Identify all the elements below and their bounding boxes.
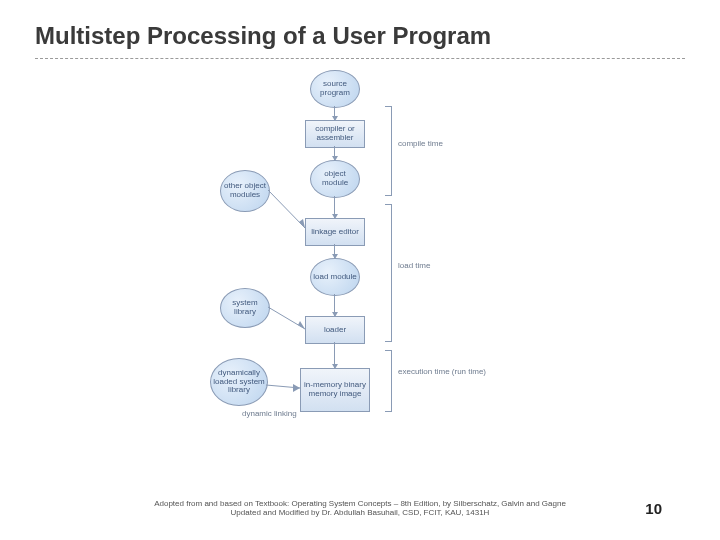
title-divider	[35, 58, 685, 59]
page-number: 10	[645, 500, 662, 517]
arrow	[334, 106, 335, 120]
footer-line1: Adopted from and based on Textbook: Oper…	[154, 499, 566, 508]
arrow-diag	[268, 190, 305, 230]
bracket-compile	[385, 106, 392, 196]
node-loader: loader	[305, 316, 365, 344]
arrow	[334, 244, 335, 258]
arrow-diag	[268, 307, 305, 331]
node-source: source program	[310, 70, 360, 108]
node-syslib: system library	[220, 288, 270, 328]
arrow-diag	[266, 381, 300, 393]
page-title: Multistep Processing of a User Program	[35, 22, 491, 50]
svg-marker-1	[299, 219, 305, 228]
svg-marker-3	[298, 321, 305, 329]
node-mem-image: in-memory binary memory image	[300, 368, 370, 412]
label-dynamic-linking: dynamic linking	[242, 410, 297, 419]
arrow	[334, 294, 335, 316]
node-compiler: compiler or assembler	[305, 120, 365, 148]
phase-load: load time	[398, 262, 430, 271]
node-load-module: load module	[310, 258, 360, 296]
node-other-obj: other object modules	[220, 170, 270, 212]
node-object: object module	[310, 160, 360, 198]
footer-credits: Adopted from and based on Textbook: Oper…	[0, 499, 720, 518]
arrow	[334, 196, 335, 218]
arrow	[334, 146, 335, 160]
flow-diagram: source program compiler or assembler obj…	[250, 70, 510, 490]
svg-marker-5	[293, 384, 300, 392]
arrow	[334, 342, 335, 368]
footer-line2: Updated and Modified by Dr. Abdullah Bas…	[231, 508, 490, 517]
node-linker: linkage editor	[305, 218, 365, 246]
bracket-exec	[385, 350, 392, 412]
phase-compile: compile time	[398, 140, 443, 149]
bracket-load	[385, 204, 392, 342]
phase-exec: execution time (run time)	[398, 368, 486, 377]
node-dynlib: dynamically loaded system library	[210, 358, 268, 406]
